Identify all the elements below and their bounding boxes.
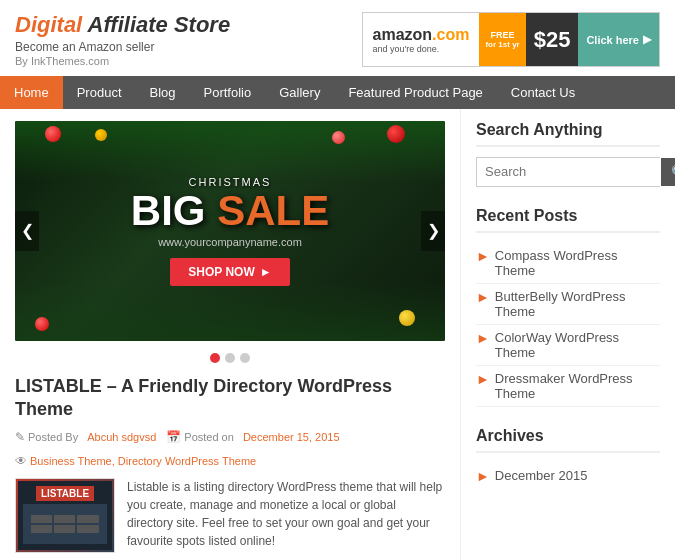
post-meta: ✎ Posted By Abcuh sdgvsd 📅 Posted on Dec… (15, 430, 445, 468)
recent-post-3-label: ColorWay WordPress Theme (495, 330, 660, 360)
recent-post-2-label: ButterBelly WordPress Theme (495, 289, 660, 319)
archives-section: Archives ► December 2015 (476, 427, 660, 489)
slider-title: BIG SALE (131, 190, 329, 232)
author-icon: ✎ (15, 430, 25, 444)
nav-gallery[interactable]: Gallery (265, 76, 334, 109)
post-author-meta: ✎ Posted By Abcuh sdgvsd (15, 430, 156, 444)
recent-posts-list: ► Compass WordPress Theme ► ButterBelly … (476, 243, 660, 407)
site-header: Digital Affiliate Store Become an Amazon… (0, 0, 675, 76)
nav-featured[interactable]: Featured Product Page (334, 76, 496, 109)
posted-on-label: Posted on (184, 431, 234, 443)
ad-price: $25 (526, 13, 579, 66)
slider-cta-label: SHOP NOW (188, 265, 254, 279)
recent-posts-heading: Recent Posts (476, 207, 660, 233)
recent-post-2-link[interactable]: ► ButterBelly WordPress Theme (476, 289, 660, 319)
site-logo: Digital Affiliate Store Become an Amazon… (15, 12, 230, 68)
recent-post-3: ► ColorWay WordPress Theme (476, 325, 660, 366)
bullet-icon-2: ► (476, 289, 490, 305)
thumb-logo-text: LISTABLE (36, 486, 94, 501)
recent-post-4-link[interactable]: ► Dressmaker WordPress Theme (476, 371, 660, 401)
ad-years-label: for 1st yr (485, 40, 519, 49)
ad-free-section: FREE for 1st yr (479, 13, 525, 66)
bullet-icon-1: ► (476, 248, 490, 264)
recent-post-4-label: Dressmaker WordPress Theme (495, 371, 660, 401)
post-date-meta: 📅 Posted on December 15, 2015 (166, 430, 339, 444)
recent-post-1: ► Compass WordPress Theme (476, 243, 660, 284)
ad-done-text: and you're done. (373, 44, 470, 54)
slider-dots (15, 353, 445, 363)
archive-item-1-label: December 2015 (495, 468, 588, 483)
main-nav: Home Product Blog Portfolio Gallery Feat… (0, 76, 675, 109)
nav-blog[interactable]: Blog (136, 76, 190, 109)
recent-post-1-link[interactable]: ► Compass WordPress Theme (476, 248, 660, 278)
slider-arrow-icon: ► (260, 265, 272, 279)
nav-product[interactable]: Product (63, 76, 136, 109)
slider-url: www.yourcompanyname.com (158, 236, 302, 248)
sidebar: Search Anything 🔍 Recent Posts ► Compass… (460, 109, 675, 560)
recent-post-4: ► Dressmaker WordPress Theme (476, 366, 660, 407)
slider-dot-3[interactable] (240, 353, 250, 363)
post-item: LISTABLE – A Friendly Directory WordPres… (15, 375, 445, 553)
logo-by: By InkThemes.com (15, 55, 230, 68)
search-section: Search Anything 🔍 (476, 121, 660, 187)
archive-bullet-icon: ► (476, 468, 490, 484)
tag-icon: 👁 (15, 454, 27, 468)
archive-item-1: ► December 2015 (476, 463, 660, 489)
recent-post-1-label: Compass WordPress Theme (495, 248, 660, 278)
main-container: CHRISTMAS BIG SALE www.yourcompanyname.c… (0, 109, 675, 560)
nav-portfolio[interactable]: Portfolio (190, 76, 266, 109)
nav-contact[interactable]: Contact Us (497, 76, 589, 109)
posted-by-label: Posted By (28, 431, 78, 443)
ad-cta-label: Click here (586, 34, 639, 46)
search-button[interactable]: 🔍 (661, 158, 675, 186)
post-cats-link[interactable]: Business Theme, Directory WordPress Them… (30, 455, 256, 467)
logo-digital: Digital (15, 12, 82, 37)
archive-item-1-link[interactable]: ► December 2015 (476, 468, 660, 484)
post-excerpt: Listable is a listing directory WordPres… (127, 478, 445, 553)
slider-dot-2[interactable] (225, 353, 235, 363)
ad-free-label: FREE (491, 30, 515, 40)
bullet-icon-4: ► (476, 371, 490, 387)
bullet-icon-3: ► (476, 330, 490, 346)
archives-heading: Archives (476, 427, 660, 453)
archives-list: ► December 2015 (476, 463, 660, 489)
logo-rest: Affiliate Store (82, 12, 230, 37)
post-content: LISTABLE Lista (15, 478, 445, 553)
post-cats-meta: 👁 Business Theme, Directory WordPress Th… (15, 454, 256, 468)
logo-tagline: Become an Amazon seller (15, 40, 230, 54)
slider-next-button[interactable]: ❯ (421, 211, 445, 251)
search-heading: Search Anything (476, 121, 660, 147)
recent-posts-section: Recent Posts ► Compass WordPress Theme ►… (476, 207, 660, 407)
ad-banner[interactable]: amazon.com and you're done. FREE for 1st… (362, 12, 660, 67)
post-author-link[interactable]: Abcuh sdgvsd (87, 431, 156, 443)
recent-post-3-link[interactable]: ► ColorWay WordPress Theme (476, 330, 660, 360)
search-input[interactable] (477, 158, 661, 186)
slider-dot-1[interactable] (210, 353, 220, 363)
ad-cta-button[interactable]: Click here ▶ (578, 13, 659, 66)
ad-arrow-icon: ▶ (643, 33, 651, 46)
slider-prev-button[interactable]: ❮ (15, 211, 39, 251)
post-thumbnail: LISTABLE (15, 478, 115, 553)
calendar-icon: 📅 (166, 430, 181, 444)
nav-home[interactable]: Home (0, 76, 63, 109)
slider-cta-button[interactable]: SHOP NOW ► (170, 258, 289, 286)
content-area: CHRISTMAS BIG SALE www.yourcompanyname.c… (0, 109, 460, 560)
ad-amazon-logo: amazon.com and you're done. (363, 20, 480, 60)
post-date-link[interactable]: December 15, 2015 (243, 431, 340, 443)
recent-post-2: ► ButterBelly WordPress Theme (476, 284, 660, 325)
post-title[interactable]: LISTABLE – A Friendly Directory WordPres… (15, 375, 445, 422)
search-box: 🔍 (476, 157, 660, 187)
hero-slider: CHRISTMAS BIG SALE www.yourcompanyname.c… (15, 121, 445, 341)
